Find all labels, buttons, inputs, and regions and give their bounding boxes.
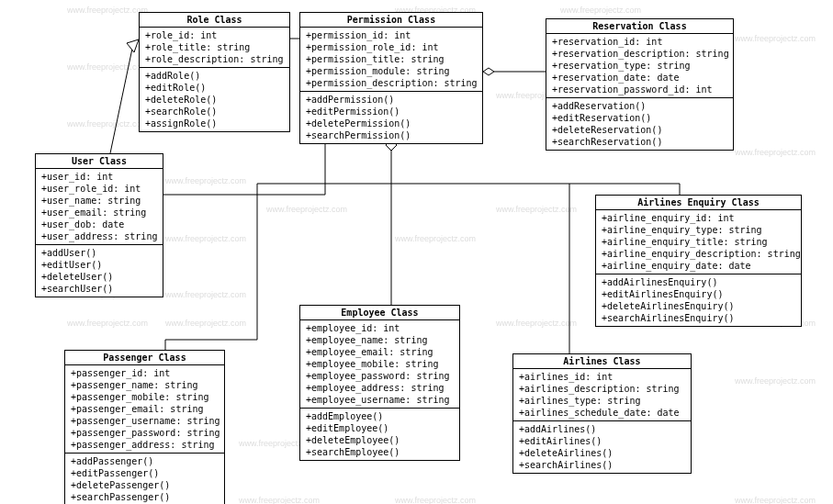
- svg-marker-4: [483, 68, 494, 75]
- watermark: www.freeprojectz.com: [735, 148, 816, 157]
- class-title: Role Class: [140, 13, 289, 28]
- watermark: www.freeprojectz.com: [560, 6, 641, 15]
- watermark: www.freeprojectz.com: [496, 205, 577, 214]
- class-employee: Employee Class +employee_id: int+employe…: [299, 305, 460, 461]
- class-attrs: +airlines_id: int+airlines_description: …: [513, 369, 691, 421]
- class-permission: Permission Class +permission_id: int+per…: [299, 12, 483, 144]
- class-ops: +addPassenger()+editPassenger()+deletePa…: [65, 454, 224, 504]
- class-ops: +addEmployee()+editEmployee()+deleteEmpl…: [300, 409, 459, 460]
- class-reservation: Reservation Class +reservation_id: int+r…: [546, 18, 734, 151]
- watermark: www.freeprojectz.com: [496, 319, 577, 328]
- watermark: www.freeprojectz.com: [395, 496, 476, 504]
- watermark: www.freeprojectz.com: [67, 6, 148, 15]
- watermark: www.freeprojectz.com: [395, 234, 476, 243]
- class-attrs: +employee_id: int+employee_name: string+…: [300, 320, 459, 409]
- watermark: www.freeprojectz.com: [67, 319, 148, 328]
- class-attrs: +permission_id: int+permission_role_id: …: [300, 28, 482, 92]
- class-title: Permission Class: [300, 13, 482, 28]
- svg-line-0: [110, 44, 133, 153]
- class-title: User Class: [36, 154, 163, 169]
- watermark: www.freeprojectz.com: [239, 496, 320, 504]
- class-airlines-enquiry: Airlines Enquiry Class +airline_enquiry_…: [595, 195, 802, 327]
- class-passenger: Passenger Class +passenger_id: int+passe…: [64, 350, 225, 504]
- class-ops: +addUser()+editUser()+deleteUser()+searc…: [36, 245, 163, 297]
- watermark: www.freeprojectz.com: [735, 376, 816, 386]
- watermark: www.freeprojectz.com: [266, 205, 347, 214]
- class-attrs: +user_id: int+user_role_id: int+user_nam…: [36, 169, 163, 245]
- watermark: www.freeprojectz.com: [67, 62, 148, 72]
- class-user: User Class +user_id: int+user_role_id: i…: [35, 153, 163, 297]
- class-attrs: +role_id: int+role_title: string+role_de…: [140, 28, 289, 68]
- class-ops: +addRole()+editRole()+deleteRole()+searc…: [140, 68, 289, 131]
- class-attrs: +airline_enquiry_id: int+airline_enquiry…: [596, 210, 801, 274]
- class-attrs: +passenger_id: int+passenger_name: strin…: [65, 365, 224, 454]
- watermark: www.freeprojectz.com: [735, 34, 816, 43]
- watermark: www.freeprojectz.com: [165, 234, 246, 243]
- class-title: Passenger Class: [65, 351, 224, 365]
- class-airlines: Airlines Class +airlines_id: int+airline…: [512, 353, 692, 474]
- class-ops: +addPermission()+editPermission()+delete…: [300, 92, 482, 143]
- class-title: Airlines Enquiry Class: [596, 196, 801, 210]
- watermark: www.freeprojectz.com: [67, 119, 148, 129]
- class-ops: +addAirlines()+editAirlines()+deleteAirl…: [513, 421, 691, 473]
- class-ops: +addAirlinesEnquiry()+editAirlinesEnquir…: [596, 274, 801, 326]
- class-title: Employee Class: [300, 306, 459, 320]
- watermark: www.freeprojectz.com: [165, 319, 246, 328]
- class-title: Reservation Class: [546, 19, 733, 34]
- class-attrs: +reservation_id: int+reservation_descrip…: [546, 34, 733, 98]
- class-title: Airlines Class: [513, 354, 691, 369]
- watermark: www.freeprojectz.com: [165, 290, 246, 299]
- class-role: Role Class +role_id: int+role_title: str…: [139, 12, 290, 132]
- watermark: www.freeprojectz.com: [735, 496, 816, 504]
- class-ops: +addReservation()+editReservation()+dele…: [546, 98, 733, 150]
- svg-marker-1: [127, 39, 139, 52]
- watermark: www.freeprojectz.com: [165, 176, 246, 185]
